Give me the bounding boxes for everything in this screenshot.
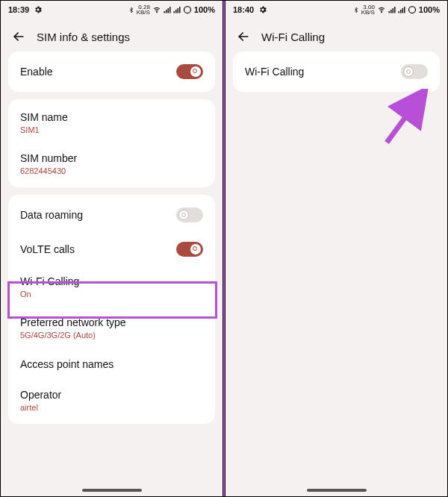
row-wifi-calling[interactable]: Wi-Fi Calling On xyxy=(8,266,215,307)
svg-rect-2 xyxy=(166,10,167,13)
operator-value: airtel xyxy=(20,403,38,412)
wifi-calling-label: Wi-Fi Calling xyxy=(20,275,79,287)
data-roaming-toggle[interactable] xyxy=(176,207,203,222)
svg-rect-4 xyxy=(169,7,171,13)
signal-icon xyxy=(388,6,396,13)
svg-rect-5 xyxy=(173,11,175,13)
status-time: 18:40 xyxy=(233,5,254,14)
enable-toggle[interactable] xyxy=(176,64,203,79)
svg-rect-13 xyxy=(392,8,393,13)
status-speed: 3.00KB/S xyxy=(361,4,375,15)
svg-rect-16 xyxy=(400,10,402,13)
svg-point-10 xyxy=(381,12,382,13)
page-header: Wi-Fi Calling xyxy=(225,19,447,51)
sim-number-label: SIM number xyxy=(20,152,77,164)
bluetooth-icon xyxy=(128,6,134,14)
signal-icon-2 xyxy=(398,6,405,13)
nav-pill[interactable] xyxy=(82,489,142,492)
pref-network-value: 5G/4G/3G/2G (Auto) xyxy=(20,331,96,340)
operator-label: Operator xyxy=(20,389,61,401)
wifi-icon xyxy=(152,6,161,13)
row-wifi-calling[interactable]: Wi-Fi Calling xyxy=(233,54,440,89)
svg-rect-18 xyxy=(404,7,405,13)
status-battery: 100% xyxy=(419,5,440,14)
volte-label: VoLTE calls xyxy=(20,243,75,255)
back-button[interactable] xyxy=(11,29,26,44)
enable-label: Enable xyxy=(20,66,53,78)
card-enable: Enable xyxy=(8,51,215,92)
wifi-calling-value: On xyxy=(20,290,31,298)
svg-rect-14 xyxy=(394,7,396,13)
row-operator[interactable]: Operator airtel xyxy=(8,380,215,421)
svg-rect-11 xyxy=(388,11,390,13)
page-title: SIM info & settings xyxy=(37,31,130,43)
wifi-calling-label: Wi-Fi Calling xyxy=(245,66,304,78)
nav-pill[interactable] xyxy=(307,489,367,492)
svg-point-19 xyxy=(408,7,415,13)
phone-left: 18:39 0.28KB/S 100% xyxy=(1,1,223,496)
svg-rect-8 xyxy=(179,7,181,13)
wifi-calling-toggle[interactable] xyxy=(401,64,428,79)
data-roaming-label: Data roaming xyxy=(20,209,83,221)
card-wifi-calling: Wi-Fi Calling xyxy=(233,51,440,92)
card-sim-info: SIM name SIM1 SIM number 6282445430 xyxy=(8,99,215,187)
bluetooth-icon xyxy=(353,6,359,14)
svg-rect-1 xyxy=(164,11,165,13)
card-network: Data roaming VoLTE calls Wi-Fi Calling O… xyxy=(8,195,215,424)
status-time: 18:39 xyxy=(8,5,29,14)
sim-name-value: SIM1 xyxy=(20,125,40,134)
phone-right: 18:40 3.00KB/S 100% xyxy=(225,1,447,496)
svg-rect-12 xyxy=(391,10,392,13)
svg-point-0 xyxy=(156,12,157,13)
status-bar: 18:40 3.00KB/S 100% xyxy=(225,1,447,19)
svg-rect-15 xyxy=(398,11,399,13)
gear-icon xyxy=(34,5,43,14)
sim-name-label: SIM name xyxy=(20,111,68,123)
svg-point-9 xyxy=(184,7,190,13)
row-pref-network[interactable]: Preferred network type 5G/4G/3G/2G (Auto… xyxy=(8,307,215,348)
status-speed: 0.28KB/S xyxy=(137,4,150,15)
volte-toggle[interactable] xyxy=(176,242,203,257)
settings-content: Enable SIM name SIM1 SIM number 62824454… xyxy=(1,51,223,496)
apn-label: Access point names xyxy=(20,358,113,370)
row-data-roaming[interactable]: Data roaming xyxy=(8,198,215,232)
signal-icon xyxy=(164,6,171,13)
svg-rect-7 xyxy=(177,8,178,13)
settings-content: Wi-Fi Calling xyxy=(225,51,447,496)
row-volte[interactable]: VoLTE calls xyxy=(8,232,215,266)
status-bar: 18:39 0.28KB/S 100% xyxy=(1,1,223,19)
page-header: SIM info & settings xyxy=(1,19,223,51)
wifi-icon xyxy=(377,6,386,13)
row-apn[interactable]: Access point names xyxy=(8,348,215,380)
svg-rect-6 xyxy=(175,10,177,13)
back-button[interactable] xyxy=(236,29,251,44)
battery-icon xyxy=(408,5,417,14)
svg-rect-17 xyxy=(402,8,403,13)
sim-number-value: 6282445430 xyxy=(20,166,66,175)
row-sim-number[interactable]: SIM number 6282445430 xyxy=(8,143,215,184)
status-battery: 100% xyxy=(194,5,215,14)
pref-network-label: Preferred network type xyxy=(20,316,126,328)
battery-icon xyxy=(183,5,192,14)
row-enable[interactable]: Enable xyxy=(8,54,215,89)
page-title: Wi-Fi Calling xyxy=(261,31,325,43)
signal-icon-2 xyxy=(173,6,181,13)
gear-icon xyxy=(258,5,267,14)
row-sim-name[interactable]: SIM name SIM1 xyxy=(8,102,215,143)
svg-rect-3 xyxy=(167,8,169,13)
